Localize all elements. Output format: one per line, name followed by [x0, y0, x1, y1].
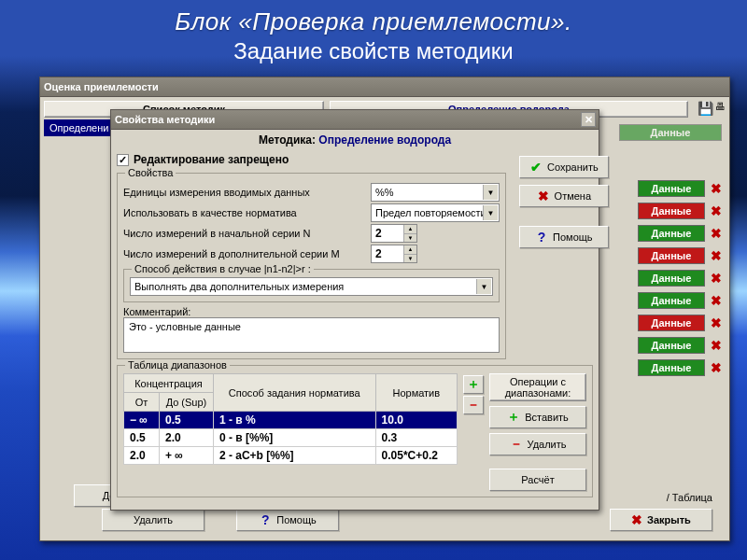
delete-series-icon[interactable]: ✖ [711, 226, 722, 241]
spin-down-icon[interactable]: ▼ [403, 234, 416, 243]
data-tab[interactable]: Данные [638, 225, 705, 242]
chevron-down-icon: ▼ [483, 205, 498, 220]
col-mode: Способ задания норматива [213, 374, 375, 412]
comment-label: Комментарий: [123, 306, 500, 317]
delete-series-icon[interactable]: ✖ [711, 271, 722, 286]
spin-up-icon[interactable]: ▲ [403, 225, 416, 234]
cancel-button[interactable]: ✖ Отмена [519, 185, 609, 207]
slide-title-line1: Блок «Проверка приемлемости». [0, 7, 747, 36]
data-tabs-column: Данные Данные✖Данные✖Данные✖Данные✖Данны… [619, 124, 722, 382]
m-spinner[interactable]: 2▲▼ [371, 245, 417, 263]
check-icon: ✔ [529, 160, 543, 175]
delete-series-icon[interactable]: ✖ [711, 181, 722, 196]
units-label: Единицы измерения вводимых данных [123, 187, 371, 198]
cancel-icon: ✖ [537, 189, 550, 203]
data-tab[interactable]: Данные [638, 180, 705, 197]
dialog-method-header: Методика: Определение водорода [111, 130, 599, 150]
col-from: От [124, 393, 160, 412]
ranges-group: Таблица диапазонов Концентрация Способ з… [117, 365, 593, 497]
norm-select[interactable]: Предел повторяемости r▼ [371, 203, 500, 222]
ranges-tab-hint: / Таблица [667, 492, 712, 503]
delete-button[interactable]: Удалить [102, 509, 204, 531]
calc-button[interactable]: Расчёт [489, 469, 586, 491]
tab-data-top[interactable]: Данные [619, 124, 722, 141]
spin-down-icon[interactable]: ▼ [403, 255, 416, 263]
delete-series-icon[interactable]: ✖ [711, 315, 722, 330]
n-label: Число измерений в начальной серии N [123, 228, 371, 239]
remove-button[interactable]: －Удалить [489, 433, 586, 455]
n-spinner[interactable]: 2▲▼ [371, 224, 417, 243]
help-button[interactable]: ? Помощь [519, 226, 609, 248]
comment-textarea[interactable]: Это - условные данные [123, 317, 500, 353]
insert-button[interactable]: ＋Вставить [489, 406, 586, 428]
dialog-title: Свойства методики [115, 114, 215, 125]
m-label: Число измерений в дополнительной серии M [123, 248, 371, 259]
checkbox-icon: ✓ [117, 154, 129, 166]
dialog-titlebar[interactable]: Свойства методики ✕ [111, 110, 599, 130]
table-row[interactable]: 0.52.00 - в [%%]0.3 [124, 429, 458, 447]
col-concentration: Концентрация [124, 374, 214, 393]
data-tab[interactable]: Данные [638, 337, 705, 354]
close-icon: ✖ [631, 512, 642, 527]
properties-group: Свойства Единицы измерения вводимых данн… [117, 173, 506, 359]
spin-up-icon[interactable]: ▲ [403, 245, 416, 255]
chevron-down-icon: ▼ [483, 185, 498, 200]
col-to: До (Sup) [159, 393, 213, 412]
table-row[interactable]: − ∞0.51 - в %10.0 [124, 412, 458, 429]
readonly-checkbox[interactable]: ✓ Редактирование запрещено [113, 150, 510, 169]
data-tab[interactable]: Данные [638, 292, 705, 309]
data-tab[interactable]: Данные [638, 315, 705, 331]
delete-series-icon[interactable]: ✖ [711, 248, 722, 263]
slide-title-line2: Задание свойств методики [0, 38, 747, 64]
plus-button[interactable]: ＋ [463, 375, 484, 394]
ranges-table[interactable]: Концентрация Способ задания норматива Но… [123, 373, 458, 465]
delete-series-icon[interactable]: ✖ [711, 203, 722, 218]
save-button[interactable]: ✔ Сохранить [519, 156, 609, 178]
help-button-main[interactable]: ? Помощь [236, 509, 339, 531]
table-row[interactable]: 2.0+ ∞2 - aC+b [%%]0.05*C+0.2 [124, 447, 458, 465]
minus-icon: － [510, 436, 523, 453]
data-tab[interactable]: Данные [638, 203, 705, 219]
main-window-title: Оценка приемлемости [44, 81, 159, 92]
chevron-down-icon: ▼ [476, 279, 491, 294]
plus-icon: ＋ [507, 409, 520, 426]
help-icon: ? [535, 230, 548, 245]
data-tab[interactable]: Данные [638, 247, 705, 264]
minus-icon: － [467, 397, 480, 413]
main-window-titlebar[interactable]: Оценка приемлемости [40, 77, 729, 97]
method-properties-dialog: Свойства методики ✕ Методика: Определени… [110, 109, 599, 511]
delete-series-icon[interactable]: ✖ [711, 360, 722, 375]
dialog-close-button[interactable]: ✕ [581, 112, 596, 127]
data-tab[interactable]: Данные [638, 270, 705, 287]
plus-icon: ＋ [467, 376, 480, 393]
minus-button[interactable]: － [463, 396, 484, 414]
units-select[interactable]: %%▼ [371, 183, 500, 202]
slide-title: Блок «Проверка приемлемости». Задание св… [0, 0, 747, 66]
delete-series-icon[interactable]: ✖ [711, 338, 722, 353]
col-norm: Норматив [375, 374, 457, 412]
norm-label: Использовать в качестве норматива [123, 207, 371, 218]
action-group: Способ действия в случае |n1-n2|>r : Вып… [123, 269, 500, 302]
ops-label: Операции с диапазонами: [489, 373, 586, 401]
close-button[interactable]: ✖ Закрыть [610, 509, 712, 531]
action-select[interactable]: Выполнять два дополнительных измерения▼ [130, 277, 493, 296]
delete-series-icon[interactable]: ✖ [711, 293, 722, 308]
data-tab[interactable]: Данные [638, 359, 705, 376]
help-icon: ? [259, 512, 272, 527]
